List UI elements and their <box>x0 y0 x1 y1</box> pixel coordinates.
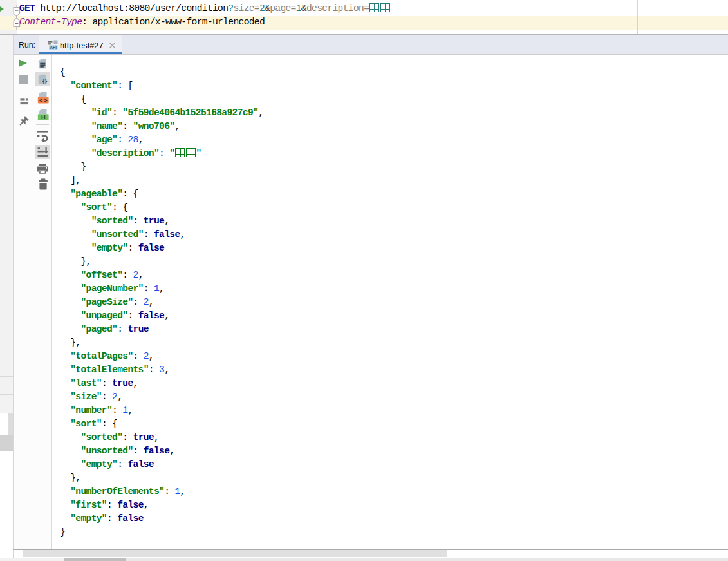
svg-text:< >: < > <box>39 97 48 104</box>
svg-text:API: API <box>50 45 57 50</box>
svg-text:{}: {} <box>42 77 47 84</box>
svg-text:H: H <box>41 113 46 120</box>
